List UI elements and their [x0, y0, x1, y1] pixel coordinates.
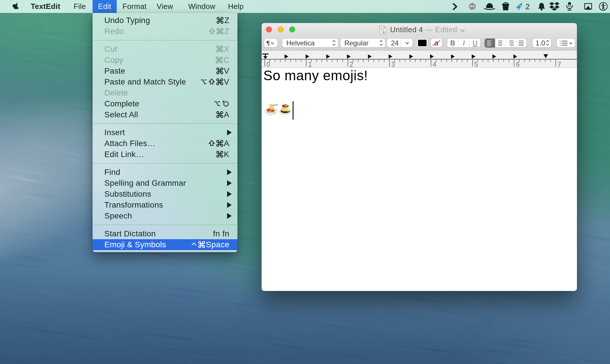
- svg-text:1: 1: [308, 61, 312, 68]
- svg-text:5: 5: [474, 61, 478, 68]
- svg-text:7: 7: [557, 61, 561, 68]
- svg-text:0: 0: [266, 61, 270, 68]
- svg-text:2: 2: [350, 61, 353, 68]
- svg-text:4: 4: [433, 61, 436, 68]
- svg-text:6: 6: [516, 61, 520, 68]
- svg-text:3: 3: [391, 61, 395, 68]
